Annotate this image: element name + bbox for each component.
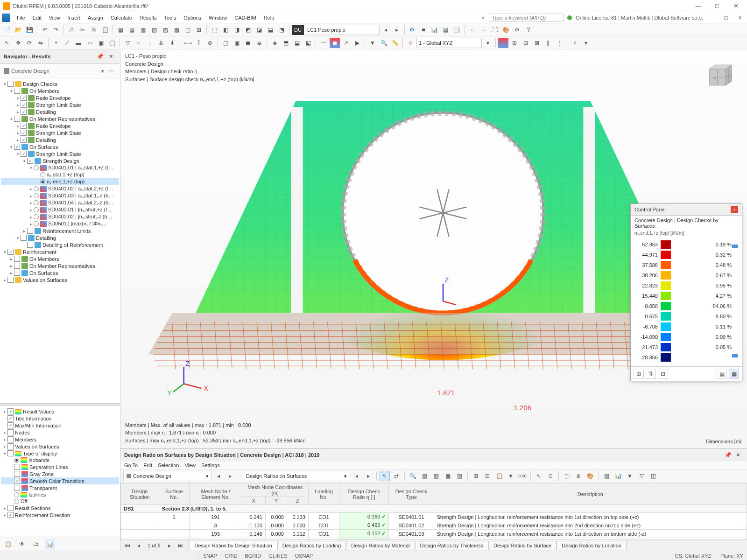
menu-edit[interactable]: Edit [29, 14, 45, 22]
cp4-icon[interactable]: ⊠ [532, 38, 542, 48]
rp-t7-icon[interactable]: ⊟ [482, 471, 493, 481]
results-icon[interactable]: 📊 [430, 25, 440, 35]
tree-item[interactable]: ▾On Members [1, 87, 119, 94]
rp-select-icon[interactable]: ↖ [380, 471, 390, 481]
maximize-button[interactable]: □ [709, 1, 726, 11]
status-snap[interactable]: SNAP [198, 553, 217, 559]
measure-icon[interactable]: 📏 [390, 38, 400, 48]
view6-icon[interactable]: ⬓ [265, 25, 275, 35]
lc-next-icon[interactable]: ▸ [392, 25, 402, 35]
menu-results[interactable]: Results [136, 14, 161, 22]
control-panel[interactable]: Control Panel × Concrete Design | Design… [630, 203, 742, 381]
nav-opts-icon[interactable]: ⋯ [106, 66, 116, 76]
render-icon[interactable]: ◼ [243, 38, 253, 48]
grid7-icon[interactable]: ◫ [183, 25, 193, 35]
navigator-tree[interactable]: ▾Design Checks▾On Members▸✓Ratio Envelop… [0, 78, 120, 403]
grid4-icon[interactable]: ▧ [149, 25, 159, 35]
tree-item[interactable]: ▸SD0401.04 | aₛ,stat,2,-z (b… [1, 199, 119, 206]
coord-combo[interactable]: 1 - Global XYZ [416, 38, 482, 48]
rp-t16-icon[interactable]: ▤ [601, 471, 612, 481]
menu-view[interactable]: View [45, 14, 64, 22]
grid6-icon[interactable]: ▩ [171, 25, 182, 35]
copy-icon[interactable]: ⎘ [89, 25, 99, 35]
col-coords[interactable]: Mesh Node Coordinates [m] [242, 483, 308, 497]
rp-t19-icon[interactable]: ▽ [636, 471, 647, 481]
tree-item[interactable]: Isolines [1, 491, 119, 498]
rp-t4-icon[interactable]: ▦ [443, 471, 453, 481]
load-icon[interactable]: ↓ [145, 38, 155, 48]
tree-item[interactable]: ▸Nodes [1, 429, 119, 436]
rp-tab[interactable]: Design Ratios by Thickness [415, 541, 489, 550]
rp-t9-icon[interactable]: ▼ [506, 471, 516, 481]
tree-item[interactable]: ▸✓Detailing [1, 108, 119, 115]
grid8-icon[interactable]: ⊞ [194, 25, 204, 35]
rp-pin-icon[interactable]: 📌 [723, 450, 733, 460]
menu-file[interactable]: File [13, 14, 29, 22]
table-row[interactable]: 1930.1460.0000.112CO10.152 ✓SD0401.03Str… [121, 530, 747, 538]
tree-item[interactable]: ▾Type of display [1, 450, 119, 457]
persp-icon[interactable]: ⬙ [254, 38, 264, 48]
node-icon[interactable]: • [51, 38, 61, 48]
pin-icon[interactable]: 📌 [95, 51, 105, 62]
coord-dd-icon[interactable]: ▾ [483, 38, 493, 48]
tree-item[interactable]: nₛ,end,1,+z (top) [1, 178, 119, 185]
menu-options[interactable]: Options [180, 14, 205, 22]
status-grid[interactable]: GRID [225, 553, 238, 559]
front-icon[interactable]: ⬓ [292, 38, 302, 48]
rp-close-icon[interactable]: × [733, 450, 743, 460]
rp-combo-module[interactable]: Concrete Design▾ [123, 471, 212, 481]
rp-prev1-icon[interactable]: ◂ [213, 471, 224, 481]
mirror-icon[interactable]: ⇋ [35, 38, 46, 48]
save-icon[interactable]: 💾 [24, 25, 35, 35]
lc-tag[interactable]: DU [292, 25, 304, 35]
tree-item[interactable]: ▸SD0402.01 | |nₛ,strut,+z (t… [1, 206, 119, 213]
menu-cad-bim[interactable]: CAD-BIM [231, 14, 260, 22]
rp-next1-icon[interactable]: ▸ [225, 471, 235, 481]
solid-icon[interactable]: ▣ [96, 38, 106, 48]
paste-icon[interactable]: 📋 [100, 25, 110, 35]
surface-icon[interactable]: ▱ [85, 38, 95, 48]
opening-icon[interactable]: ◯ [107, 38, 117, 48]
filter-icon[interactable]: ▼ [367, 38, 378, 48]
cpanel-close-icon[interactable]: × [731, 206, 738, 213]
table-row[interactable]: 3-1.1000.0000.000CO10.495 ✓SD0401.02Stre… [121, 521, 747, 530]
hinge-icon[interactable]: ○ [134, 38, 144, 48]
cp-f5-icon[interactable]: ▦ [729, 369, 739, 379]
nav-tab-views-icon[interactable]: 🗂 [31, 539, 41, 549]
view5-icon[interactable]: ◪ [254, 25, 264, 35]
stop-icon[interactable]: ■ [418, 25, 429, 35]
cp-f1-icon[interactable]: ⊞ [634, 369, 644, 379]
dim-icon[interactable]: ⟷ [183, 38, 193, 48]
rp-t10-icon[interactable]: 0.00 [517, 471, 528, 481]
nav-tab-display-icon[interactable]: 👁 [17, 539, 27, 549]
tree-item[interactable]: ▾Detailing [1, 234, 119, 241]
rp-t11-icon[interactable]: ↖ [534, 471, 544, 481]
tree-item[interactable]: ✓Smooth Color Transition [1, 477, 119, 484]
col-surf[interactable]: Surface No. [159, 483, 189, 505]
tree-item[interactable]: ▸✓Detailing [1, 136, 119, 143]
view-cube[interactable]: -X +Y [703, 59, 736, 91]
tree-item[interactable]: ▸Values on Surfaces [1, 443, 119, 450]
minimize-button[interactable]: — [690, 1, 707, 11]
tree-item[interactable]: ▸✓Ratio Envelope [1, 122, 119, 129]
rp-t20-icon[interactable]: ◫ [648, 471, 658, 481]
menu-assign[interactable]: Assign [84, 14, 107, 22]
cp-f2-icon[interactable]: ⇅ [646, 369, 656, 379]
tree-item[interactable]: ▸Reinforcement Limits [1, 227, 119, 234]
open-icon[interactable]: 📂 [13, 25, 23, 35]
tree-item[interactable]: Detailing of Reinforcement [1, 241, 119, 248]
cp2-icon[interactable]: ⊞ [509, 38, 520, 48]
iso-icon[interactable]: ◈ [269, 38, 280, 48]
rp-next2-icon[interactable]: ▸ [363, 471, 374, 481]
tree-item[interactable]: ▾On Member Representatives [1, 115, 119, 122]
tree-item[interactable]: ▸SD0501 | |max(vᵤ / |Φvₜ… [1, 220, 119, 227]
tree-item[interactable]: ▸Result Sections [1, 504, 119, 511]
zoom-fit-icon[interactable]: ⛶ [490, 25, 500, 35]
rp-fwd-icon[interactable]: ▸ [164, 540, 175, 551]
view3-icon[interactable]: ◨ [232, 25, 242, 35]
tree-item[interactable]: aₛ,stat,1,+z (top) [1, 171, 119, 178]
select-icon[interactable]: ↖ [2, 38, 12, 48]
menu-calculate[interactable]: Calculate [107, 14, 136, 22]
rp-tab[interactable]: Design Ratios by Loading [277, 541, 346, 550]
col-ratio[interactable]: Design Check Ratio η [-] [339, 483, 389, 505]
